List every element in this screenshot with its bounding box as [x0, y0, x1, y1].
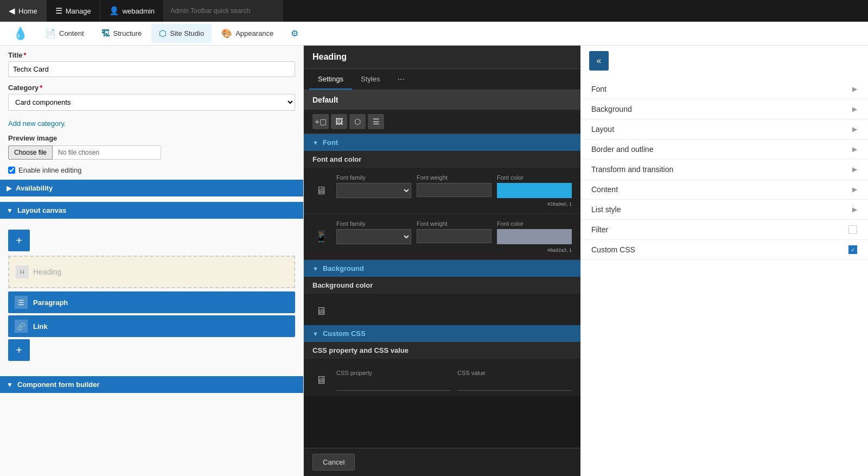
- nav-item-more[interactable]: ⚙: [283, 24, 306, 43]
- layout-canvas-toggle-icon: ▼: [7, 207, 13, 214]
- desktop-font-row: 🖥 Font family Font weight: [304, 168, 580, 214]
- title-field-group: Title*: [8, 51, 295, 77]
- css-value-input[interactable]: [457, 378, 572, 391]
- background-section-header[interactable]: ▼ Background: [304, 260, 580, 277]
- desktop-icon: 🖥: [312, 182, 330, 199]
- mobile-font-family-select[interactable]: [336, 229, 411, 244]
- nav-item-site-studio-logo[interactable]: 💧: [5, 22, 35, 45]
- nav-item-site-studio[interactable]: ⬡ Site Studio: [151, 24, 212, 43]
- availability-section[interactable]: ▶ Availability: [0, 180, 303, 196]
- mobile-font-color-swatch[interactable]: [497, 229, 572, 244]
- enable-inline-checkbox[interactable]: [8, 167, 15, 174]
- desktop-font-weight-label: Font weight: [417, 174, 492, 181]
- secondary-nav: 💧 📄 Content 🏗 Structure ⬡ Site Studio 🎨 …: [0, 22, 868, 46]
- user-icon: 👤: [109, 6, 119, 16]
- category-field-group: Category* Card components: [8, 84, 295, 111]
- admin-toolbar: ◀ Home ☰ Manage 👤 webadmin: [0, 0, 868, 22]
- right-panel-item-list-style[interactable]: List style▶: [580, 200, 868, 220]
- tab-more[interactable]: ···: [388, 69, 413, 90]
- modal-header: Heading: [304, 46, 580, 69]
- right-panel-item-label-font: Font: [591, 85, 607, 93]
- enable-inline-label[interactable]: Enable inline editing: [18, 166, 81, 174]
- right-panel-item-content[interactable]: Content▶: [580, 180, 868, 200]
- admin-search-input[interactable]: [164, 0, 283, 22]
- right-panel-arrow-icon-transform-transition: ▶: [852, 166, 857, 173]
- enable-inline-row: Enable inline editing: [8, 166, 295, 174]
- file-choose-button[interactable]: Choose file: [8, 145, 53, 160]
- modal-footer: Cancel: [304, 448, 580, 476]
- right-panel-arrow-icon-font: ▶: [852, 85, 857, 93]
- right-panel-item-filter[interactable]: Filter: [580, 220, 868, 240]
- default-section: Default: [304, 90, 580, 110]
- mobile-font-weight-group: Font weight: [417, 220, 492, 253]
- title-input[interactable]: [8, 61, 295, 77]
- font-color-subsection: Font and color: [304, 151, 580, 168]
- manage-button[interactable]: ☰ Manage: [47, 0, 100, 22]
- right-panel-item-layout[interactable]: Layout▶: [580, 119, 868, 139]
- right-panel-item-label-custom-css: Custom CSS: [591, 245, 635, 254]
- custom-css-section-header[interactable]: ▼ Custom CSS: [304, 325, 580, 342]
- right-panel-item-border-outline[interactable]: Border and outline▶: [580, 139, 868, 160]
- css-property-label: CSS property: [336, 370, 451, 376]
- css-property-input[interactable]: [336, 378, 451, 391]
- mobile-font-row: 📱 Font family Font weight: [304, 214, 580, 260]
- add-element-button[interactable]: +: [8, 230, 30, 251]
- heading-canvas-item[interactable]: H Heading: [8, 256, 295, 288]
- background-section-arrow-icon: ▼: [312, 265, 318, 272]
- desktop-font-family-select[interactable]: [336, 183, 411, 198]
- add-category-link[interactable]: Add new category.: [8, 119, 66, 128]
- nav-item-structure[interactable]: 🏗 Structure: [94, 24, 150, 43]
- back-button[interactable]: «: [589, 51, 609, 71]
- preview-image-group: Preview image Choose file No file chosen: [8, 134, 295, 160]
- title-label: Title*: [8, 51, 295, 59]
- right-panel-item-custom-css[interactable]: Custom CSS✓: [580, 240, 868, 260]
- nav-item-content[interactable]: 📄 Content: [37, 24, 92, 43]
- paragraph-item-row[interactable]: ☰ Paragraph: [8, 291, 295, 313]
- sub-toolbar-btn-2[interactable]: 🖼: [331, 114, 347, 129]
- site-studio-logo-icon: 💧: [13, 27, 28, 41]
- right-panel-item-background[interactable]: Background▶: [580, 99, 868, 119]
- user-button[interactable]: 👤 webadmin: [100, 0, 164, 22]
- layout-canvas-section[interactable]: ▼ Layout canvas: [0, 202, 303, 219]
- desktop-font-color-swatch[interactable]: [497, 183, 572, 198]
- desktop-font-color-label: Font color: [497, 174, 572, 181]
- sub-toolbar-btn-1[interactable]: +▢: [312, 114, 329, 129]
- right-panel-item-label-transform-transition: Transform and transition: [591, 165, 673, 174]
- cancel-button[interactable]: Cancel: [312, 454, 355, 471]
- font-section-header[interactable]: ▼ Font: [304, 134, 580, 151]
- modal-body: Default +▢ 🖼 ⬡ ☰ ▼ Font Font and color 🖥: [304, 90, 580, 448]
- css-subsection: 🖥 CSS property CSS value: [304, 359, 580, 396]
- desktop-font-color-value: #28a9e0, 1: [497, 201, 572, 207]
- css-value-label: CSS value: [457, 370, 572, 376]
- category-select[interactable]: Card components: [8, 94, 295, 111]
- right-panel-item-label-filter: Filter: [591, 225, 608, 234]
- paragraph-icon: ☰: [15, 296, 28, 309]
- font-section-arrow-icon: ▼: [312, 139, 318, 146]
- sub-toolbar-btn-4[interactable]: ☰: [368, 114, 384, 129]
- tab-settings[interactable]: Settings: [309, 69, 352, 90]
- right-panel-items-list: Font▶Background▶Layout▶Border and outlin…: [580, 79, 868, 260]
- right-panel-arrow-icon-content: ▶: [852, 186, 857, 193]
- file-no-chosen-label: No file chosen: [53, 145, 161, 160]
- sub-toolbar-btn-3[interactable]: ⬡: [349, 114, 366, 129]
- right-panel-item-font[interactable]: Font▶: [580, 79, 868, 99]
- link-label: Link: [33, 322, 48, 331]
- desktop-font-weight-input[interactable]: [417, 183, 492, 197]
- desktop-font-family-label: Font family: [336, 174, 411, 181]
- right-panel-item-label-layout: Layout: [591, 125, 614, 134]
- add-element-button-2[interactable]: +: [8, 339, 30, 361]
- desktop-font-weight-group: Font weight: [417, 174, 492, 207]
- checkbox-checked-custom-css[interactable]: ✓: [848, 245, 857, 254]
- availability-toggle-icon: ▶: [7, 185, 11, 192]
- link-item-row[interactable]: 🔗 Link: [8, 315, 295, 337]
- home-button[interactable]: ◀ Home: [0, 0, 47, 22]
- checkbox-empty-filter[interactable]: [848, 225, 857, 234]
- component-form-section[interactable]: ▼ Component form builder: [0, 376, 303, 393]
- right-panel-item-transform-transition[interactable]: Transform and transition▶: [580, 160, 868, 180]
- mobile-font-fields: Font family Font weight Font color: [336, 220, 572, 253]
- sub-toolbar: +▢ 🖼 ⬡ ☰: [304, 110, 580, 134]
- nav-item-appearance[interactable]: 🎨 Appearance: [214, 24, 281, 43]
- paragraph-label: Paragraph: [33, 299, 68, 307]
- mobile-font-weight-input[interactable]: [417, 229, 492, 243]
- tab-styles[interactable]: Styles: [352, 69, 388, 90]
